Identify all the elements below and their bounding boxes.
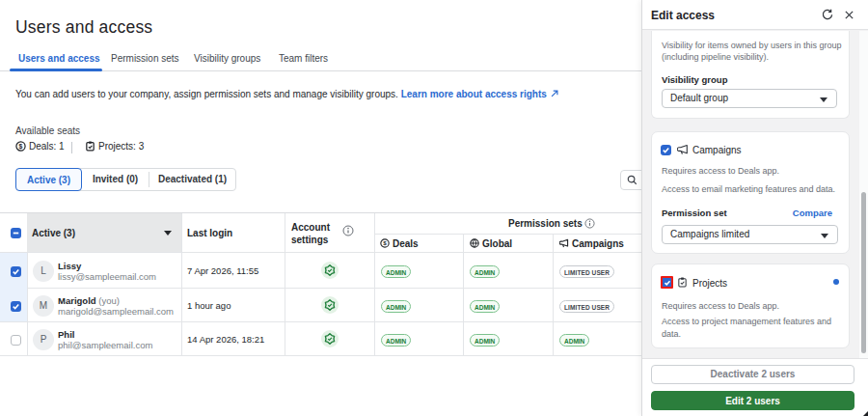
svg-text:$: $ [383,239,387,246]
svg-text:$: $ [19,143,23,151]
